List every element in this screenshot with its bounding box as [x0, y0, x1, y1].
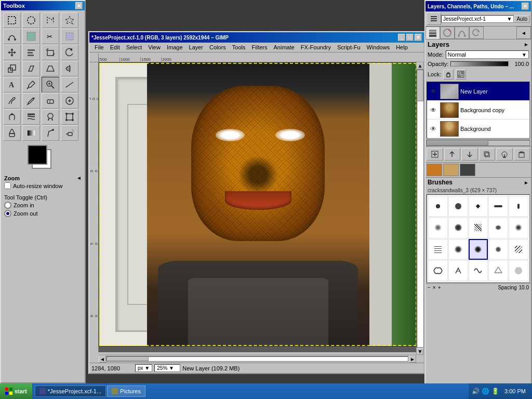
brush-cell-4[interactable]	[488, 196, 508, 217]
auto-button[interactable]: Auto	[514, 15, 530, 23]
swatch-orange[interactable]	[427, 164, 442, 176]
brush-cell-2[interactable]	[448, 196, 468, 217]
layer-visibility-new-layer[interactable]: 👁	[428, 86, 438, 97]
measure-tool[interactable]	[61, 77, 78, 92]
dodge-tool[interactable]	[42, 109, 59, 125]
mode-dropdown[interactable]: Normal ▼	[446, 50, 529, 59]
brush-cell-9[interactable]	[488, 217, 508, 238]
move-layer-up-button[interactable]	[444, 148, 461, 161]
scroll-up-button[interactable]: ▲	[417, 62, 423, 69]
close-button[interactable]: ✕	[415, 34, 422, 41]
auto-resize-checkbox[interactable]	[4, 182, 11, 189]
scroll-h-thumb[interactable]	[107, 357, 149, 361]
script-fu-menu[interactable]: Script-Fu	[334, 44, 364, 51]
color-select-tool[interactable]	[22, 29, 40, 44]
layer-visibility-background[interactable]: 👁	[428, 124, 438, 134]
brushes-scroll-btn[interactable]: ►	[524, 180, 529, 185]
ink-tool[interactable]	[42, 125, 59, 141]
brush-cell-11[interactable]	[428, 239, 448, 260]
swatch-dark[interactable]	[460, 164, 475, 176]
taskbar-item-pictures[interactable]: Pictures	[107, 385, 145, 397]
opacity-slider[interactable]	[450, 61, 509, 66]
brush-cell-19[interactable]	[488, 260, 508, 281]
layer-menu[interactable]: Layer	[186, 44, 207, 51]
fuzzy-select-tool[interactable]	[61, 12, 78, 28]
scroll-h-track[interactable]	[107, 356, 408, 362]
anchor-layer-button[interactable]	[496, 148, 513, 161]
clone-tool[interactable]	[3, 109, 21, 125]
text-tool[interactable]: A	[3, 77, 21, 92]
brush-cell-15[interactable]	[509, 239, 528, 260]
layers-panel-close[interactable]: ✕	[522, 3, 529, 10]
foreground-select-tool[interactable]	[61, 29, 78, 44]
align-tool[interactable]	[22, 45, 40, 60]
brush-cell-12[interactable]	[448, 239, 468, 260]
blend-tool[interactable]	[22, 125, 40, 141]
perspective-tool[interactable]	[42, 61, 59, 76]
zoom-collapse-btn[interactable]: ◄	[76, 175, 82, 181]
view-menu[interactable]: View	[145, 44, 164, 51]
start-button[interactable]: start	[0, 383, 33, 399]
zoom-in-radio[interactable]	[4, 202, 11, 209]
edit-menu[interactable]: Edit	[107, 44, 123, 51]
brush-cell-3[interactable]	[469, 196, 488, 217]
minimize-button[interactable]: _	[398, 34, 405, 41]
panel-scroll-btn[interactable]: ◄	[516, 26, 531, 39]
scroll-left-button[interactable]: ◄	[99, 355, 106, 363]
flip-tool[interactable]	[61, 61, 78, 76]
vertical-scrollbar[interactable]: ▲ ▼	[416, 62, 424, 355]
bucket-tool[interactable]	[3, 125, 21, 141]
brush-cell-13-selected[interactable]	[469, 239, 488, 260]
crop-tool[interactable]	[42, 45, 59, 60]
scroll-down-button[interactable]: ▼	[417, 348, 423, 355]
smudge-tool[interactable]	[22, 109, 40, 125]
help-menu[interactable]: Help	[393, 44, 411, 51]
layer-row-new-layer[interactable]: 👁 New Layer	[427, 82, 529, 101]
scissors-tool[interactable]: ✂	[42, 29, 59, 44]
plus-icon[interactable]: +	[438, 285, 441, 290]
zoom-out-radio[interactable]	[4, 210, 11, 217]
select-menu[interactable]: Select	[123, 44, 145, 51]
maximize-button[interactable]: □	[406, 34, 414, 41]
heal-tool[interactable]	[61, 93, 78, 109]
layer-scroll-bar[interactable]	[427, 140, 530, 146]
eraser-tool[interactable]	[42, 93, 59, 109]
brush-cell-7[interactable]	[448, 217, 468, 238]
zoom-in-option[interactable]: Zoom in	[4, 202, 82, 209]
layer-row-background-copy[interactable]: 👁 Background copy	[427, 101, 529, 119]
brush-cell-14[interactable]	[488, 239, 508, 260]
colors-menu[interactable]: Colors	[206, 44, 229, 51]
rect-select-tool[interactable]	[3, 12, 21, 28]
brush-cell-10[interactable]	[509, 217, 528, 238]
zoom-out-option[interactable]: Zoom out	[4, 210, 82, 217]
move-tool[interactable]	[3, 45, 21, 60]
shear-tool[interactable]	[22, 61, 40, 76]
brush-cell-20[interactable]	[509, 260, 528, 281]
new-layer-button[interactable]	[427, 148, 443, 161]
layer-scroll-thumb[interactable]	[427, 140, 488, 145]
move-layer-down-button[interactable]	[461, 148, 478, 161]
fx-foundry-menu[interactable]: FX-Foundry	[298, 44, 334, 51]
windows-menu[interactable]: Windows	[364, 44, 393, 51]
brush-cell-5[interactable]	[509, 196, 528, 217]
tools-menu[interactable]: Tools	[229, 44, 249, 51]
brush-cell-1[interactable]	[428, 196, 448, 217]
scroll-v-thumb[interactable]	[417, 70, 423, 101]
colorpick-tool[interactable]	[22, 77, 40, 92]
layers-tab[interactable]	[425, 26, 440, 39]
scroll-right-button[interactable]: ►	[409, 355, 416, 363]
lock-alpha-button[interactable]	[456, 69, 466, 79]
brush-cell-16[interactable]	[428, 260, 448, 281]
brush-cell-8[interactable]	[469, 217, 488, 238]
file-dropdown[interactable]: JesseProject.xcf-1 ▼	[441, 15, 514, 23]
foreground-color-swatch[interactable]	[28, 145, 47, 165]
layer-row-background[interactable]: 👁 Background	[427, 119, 529, 138]
free-select-tool[interactable]	[42, 12, 59, 28]
scale-tool[interactable]	[3, 61, 21, 76]
brush-cell-17[interactable]	[448, 260, 468, 281]
lock-pixels-button[interactable]	[443, 69, 454, 79]
paths-tab[interactable]	[455, 26, 469, 39]
canvas-area[interactable]	[99, 62, 424, 352]
channels-tab[interactable]	[440, 26, 455, 39]
delete-layer-button[interactable]	[514, 148, 530, 161]
